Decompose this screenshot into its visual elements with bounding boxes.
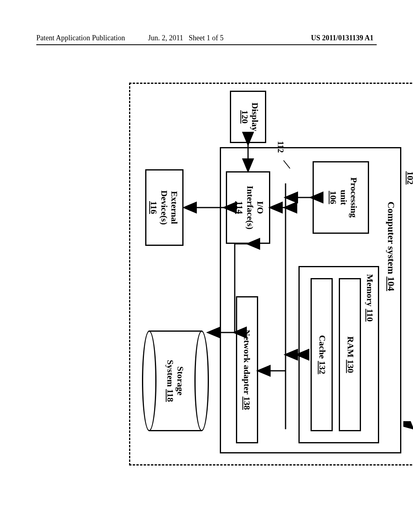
header-mid: Jun. 2, 2011 Sheet 1 of 5	[148, 34, 223, 42]
header-pub-number: US 2011/0131139 A1	[311, 34, 373, 42]
outer-arrows	[129, 83, 413, 466]
header-left: Patent Application Publication	[36, 34, 125, 42]
figure-container: Figure 1 102 100 Computer system 104	[4, 107, 407, 441]
header-rule	[36, 44, 377, 45]
